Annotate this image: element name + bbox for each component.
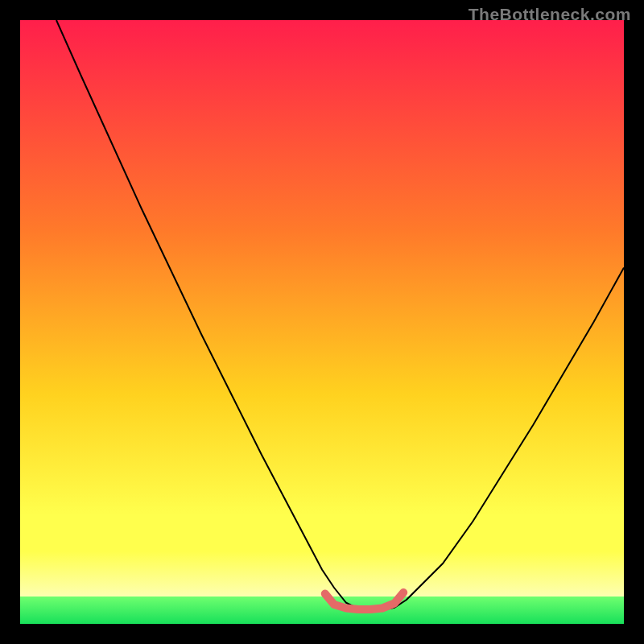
chart-frame: TheBottleneck.com xyxy=(0,0,644,644)
watermark-text: TheBottleneck.com xyxy=(469,5,631,24)
bottleneck-curve xyxy=(56,20,624,610)
curve-layer xyxy=(20,20,624,624)
trough-marker xyxy=(325,592,404,609)
plot-area xyxy=(20,20,624,624)
